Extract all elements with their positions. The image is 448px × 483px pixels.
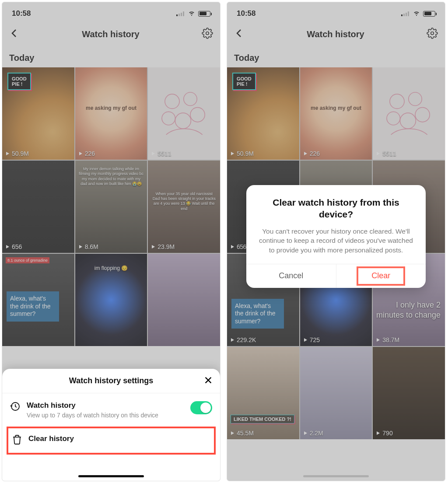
close-button[interactable]	[203, 375, 213, 387]
history-icon	[10, 401, 21, 413]
settings-sheet: Watch history settings Watch history Vie…	[2, 369, 220, 481]
dialog-actions: Cancel Clear	[246, 264, 426, 288]
phone-right: 10:58 Watch history Today GOOD PIE ! 50.…	[227, 2, 445, 481]
trash-icon	[12, 434, 22, 447]
watch-history-toggle[interactable]	[190, 401, 212, 414]
clear-button[interactable]: Clear	[336, 264, 426, 288]
confirm-dialog: Clear watch history from this device? Yo…	[246, 185, 426, 288]
clear-history-row[interactable]: Clear history	[7, 427, 216, 455]
dialog-message: You can't recover your history once clea…	[257, 227, 415, 255]
sheet-header: Watch history settings	[2, 369, 220, 393]
phone-left: 10:58 Watch history Today GOOD PIE ! 50.…	[2, 2, 220, 481]
home-indicator[interactable]	[78, 475, 144, 477]
sheet-title: Watch history settings	[69, 376, 153, 385]
watch-history-label: Watch history	[27, 401, 184, 410]
watch-history-row: Watch history View up to 7 days of watch…	[2, 393, 220, 427]
clear-history-label: Clear history	[28, 434, 210, 443]
watch-history-desc: View up to 7 days of watch history on th…	[27, 412, 184, 419]
cancel-button[interactable]: Cancel	[246, 264, 336, 288]
dialog-title: Clear watch history from this device?	[257, 196, 415, 220]
